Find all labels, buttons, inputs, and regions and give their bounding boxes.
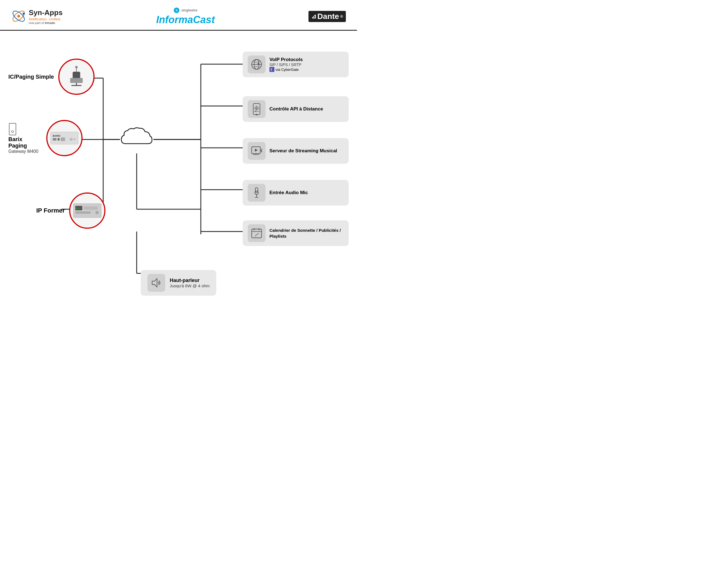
ic-paging-item: IC/Paging Simple — [8, 59, 94, 95]
voip-icon-box — [248, 56, 266, 74]
svg-line-72 — [255, 233, 258, 236]
cloud-shape — [120, 126, 153, 153]
speaker-icon — [150, 277, 162, 289]
voip-teams: T via CyberGate — [269, 67, 302, 72]
dante-logo: ⊿ Dante® — [309, 11, 346, 22]
header: Syn-Apps Notification. Unified. now part… — [0, 0, 357, 31]
svg-point-31 — [12, 130, 14, 132]
orbit-icon — [11, 9, 26, 24]
audio-mic-title: Entrée Audio Mic — [269, 190, 308, 195]
barix-title: Barix Paging — [8, 136, 42, 149]
api-text: Contrôle API à Distance — [269, 106, 323, 112]
svg-text:T: T — [271, 68, 272, 71]
svg-rect-30 — [9, 123, 16, 135]
voip-text: VoIP Protocols SIP / SIPS / SRTP T via C… — [269, 57, 302, 72]
mic-icon-box — [248, 184, 266, 202]
calendar-icon-box — [248, 224, 266, 242]
speaker-icon-box — [147, 274, 165, 292]
svg-marker-73 — [255, 236, 256, 236]
speaker-title: Haut-parleur — [170, 277, 209, 284]
voip-title: VoIP Protocols — [269, 57, 302, 62]
streaming-item: Serveur de Streaming Musical — [243, 138, 349, 164]
streaming-icon-box — [248, 142, 266, 160]
barix-paging-item: Barix Paging Gateway M400 BARIX — [8, 120, 83, 156]
svg-rect-44 — [75, 211, 91, 214]
api-icon-box — [248, 100, 266, 118]
svg-rect-50 — [253, 104, 260, 114]
svg-point-28 — [75, 66, 78, 68]
diagram: IC/Paging Simple — [0, 31, 357, 298]
phone-device-icon — [8, 122, 17, 136]
api-item: Contrôle API à Distance — [243, 96, 349, 122]
api-control-icon — [251, 102, 262, 116]
svg-rect-68 — [252, 229, 261, 238]
svg-rect-36 — [61, 138, 65, 141]
svg-point-3 — [23, 13, 25, 15]
svg-marker-74 — [258, 233, 259, 234]
barix-subtitle: Gateway M400 — [8, 149, 42, 154]
singlewire-icon: S — [173, 7, 180, 14]
ic-paging-title: IC/Paging Simple — [8, 74, 54, 80]
calendar-item: Calendrier de Sonnette / Publicités / Pl… — [243, 220, 349, 246]
calendar-text: Calendrier de Sonnette / Publicités / Pl… — [269, 227, 343, 239]
speaker-item: Haut-parleur Jusqu'à 6W @ 4 ohm — [141, 270, 216, 296]
svg-point-2 — [17, 15, 20, 18]
api-title: Contrôle API à Distance — [269, 106, 323, 112]
informacast-text: InformaCast — [156, 14, 215, 26]
svg-point-59 — [255, 111, 256, 112]
speaker-subtitle: Jusqu'à 6W @ 4 ohm — [170, 284, 209, 288]
svg-marker-61 — [255, 149, 258, 152]
barix-circle: BARIX — [46, 120, 83, 156]
synaps-tagline: Notification. Unified. — [29, 17, 62, 21]
audio-mic-item: Entrée Audio Mic — [243, 180, 349, 206]
ip-former-item: IP Former 00:12 — [36, 192, 105, 229]
svg-rect-29 — [70, 78, 83, 83]
synaps-logo: Syn-Apps Notification. Unified. now part… — [11, 8, 62, 24]
singlewire-text: singlewire — [181, 8, 197, 12]
svg-text:BARIX: BARIX — [53, 134, 61, 137]
phone-globe-icon — [250, 58, 263, 70]
svg-rect-64 — [255, 188, 258, 193]
teams-icon: T — [269, 67, 274, 72]
streaming-icon — [250, 145, 263, 157]
svg-point-43 — [96, 211, 99, 214]
svg-rect-34 — [53, 138, 56, 141]
svg-text:S: S — [176, 9, 178, 12]
synaps-brand: Syn-Apps — [29, 8, 62, 17]
streaming-text: Serveur de Streaming Musical — [269, 148, 337, 154]
svg-point-38 — [74, 138, 76, 140]
calendar-icon — [250, 227, 263, 239]
svg-rect-35 — [58, 138, 60, 141]
ic-paging-circle — [58, 59, 94, 95]
speaker-text: Haut-parleur Jusqu'à 6W @ 4 ohm — [170, 277, 209, 288]
svg-point-53 — [256, 107, 257, 109]
calendar-title: Calendrier de Sonnette / Publicités / Pl… — [269, 227, 343, 239]
svg-rect-42 — [84, 206, 98, 210]
ip-former-title: IP Former — [36, 207, 65, 214]
mic-icon — [250, 187, 263, 199]
informacast-logo: S singlewire InformaCast — [156, 7, 215, 26]
streaming-title: Serveur de Streaming Musical — [269, 148, 337, 154]
page-wrapper: Syn-Apps Notification. Unified. now part… — [0, 0, 357, 298]
svg-text:00:12: 00:12 — [76, 208, 80, 209]
ip-former-circle: 00:12 — [69, 192, 105, 229]
synaps-sub: now part of Intrado — [29, 21, 62, 24]
audio-mic-text: Entrée Audio Mic — [269, 190, 308, 195]
svg-rect-39 — [74, 204, 101, 217]
svg-point-37 — [70, 138, 73, 141]
voip-subtitle: SIP / SIPS / SRTP — [269, 62, 302, 67]
voip-item: VoIP Protocols SIP / SIPS / SRTP T via C… — [243, 51, 349, 77]
svg-marker-75 — [152, 279, 157, 287]
